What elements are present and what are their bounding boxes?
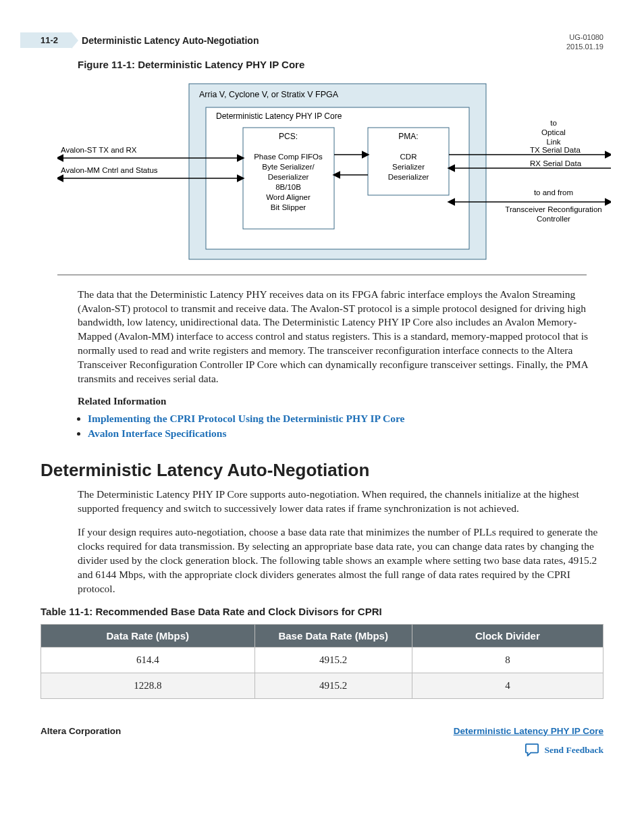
rx-serial-label: RX Serial Data (530, 159, 582, 167)
section-paragraph-1: The Deterministic Latency PHY IP Core su… (78, 488, 603, 516)
doc-date: 2015.01.19 (566, 42, 603, 51)
page-header: 11-2 Deterministic Latency Auto-Negotiat… (41, 32, 603, 52)
section-heading: Deterministic Latency Auto-Negotiation (41, 460, 603, 481)
pma-l3: Deserializer (388, 173, 429, 181)
page-number-tab: 11-2 (20, 32, 72, 48)
list-item: Implementing the CPRI Protocol Using the… (88, 413, 603, 425)
pma-l1: CDR (400, 153, 417, 161)
table-row: 1228.8 4915.2 4 (41, 673, 603, 698)
avalon-st-label: Avalon-ST TX and RX (61, 146, 137, 154)
avalon-mm-label: Avalon-MM Cntrl and Status (61, 166, 158, 174)
data-table: Data Rate (Mbps) Base Data Rate (Mbps) C… (41, 624, 603, 699)
figure-caption: Figure 11-1: Deterministic Latency PHY I… (78, 59, 603, 70)
related-info-heading: Related Information (78, 396, 603, 407)
reconf-l2: Transceiver Reconfiguration (505, 205, 601, 213)
pma-l2: Serializer (392, 163, 425, 171)
fpga-label: Arria V, Cyclone V, or Stratix V FPGA (199, 90, 339, 99)
th-divider: Clock Divider (412, 624, 603, 647)
pcs-l2: Byte Serializer/ (262, 163, 315, 171)
table-row: 614.4 4915.2 8 (41, 647, 603, 673)
pcs-l1: Phase Comp FIFOs (254, 153, 323, 161)
cell: 1228.8 (41, 673, 255, 698)
doc-id: UG-01080 (566, 32, 603, 42)
th-datarate: Data Rate (Mbps) (41, 624, 255, 647)
pcs-l3: Deserializer (268, 173, 309, 181)
cell: 4915.2 (254, 673, 412, 698)
header-meta: UG-01080 2015.01.19 (566, 32, 603, 52)
related-links-list: Implementing the CPRI Protocol Using the… (88, 413, 603, 440)
cell: 614.4 (41, 647, 255, 673)
pcs-l5: Word Aligner (266, 193, 311, 201)
pcs-l4: 8B/10B (275, 183, 301, 191)
table-caption: Table 11-1: Recommended Base Data Rate a… (41, 606, 603, 617)
link-avalon[interactable]: Avalon Interface Specifications (88, 427, 227, 439)
opt-l1: to (550, 119, 557, 127)
cell: 4915.2 (254, 647, 412, 673)
opt-l3: Link (546, 138, 560, 146)
pma-title: PMA: (398, 132, 418, 141)
pcs-title: PCS: (279, 132, 298, 141)
body-paragraph-1: The data that the Deterministic Latency … (78, 288, 603, 386)
figure-diagram: Arria V, Cyclone V, or Stratix V FPGA De… (57, 77, 603, 266)
th-baserate: Base Data Rate (Mbps) (254, 624, 412, 647)
section-paragraph-2: If your design requires auto-negotiation… (78, 525, 603, 596)
pcs-l6: Bit Slipper (271, 203, 306, 211)
reconf-l1: to and from (534, 188, 573, 197)
reconf-l3: Controller (537, 215, 570, 223)
cell: 8 (412, 647, 603, 673)
opt-l2: Optical (541, 128, 566, 136)
footer-chapter-link[interactable]: Deterministic Latency PHY IP Core (454, 726, 603, 736)
footer-company: Altera Corporation (41, 726, 121, 736)
list-item: Avalon Interface Specifications (88, 427, 603, 440)
tx-serial-label: TX Serial Data (530, 146, 581, 154)
comment-icon (525, 743, 539, 758)
header-section-title: Deterministic Latency Auto-Negotiation (82, 32, 566, 46)
ipcore-label: Deterministic Latency PHY IP Core (216, 111, 342, 121)
link-cpri[interactable]: Implementing the CPRI Protocol Using the… (88, 413, 404, 424)
page-footer: Altera Corporation Deterministic Latency… (41, 726, 603, 758)
send-feedback-link[interactable]: Send Feedback (545, 745, 603, 756)
cell: 4 (412, 673, 603, 698)
diagram-divider (57, 274, 587, 276)
